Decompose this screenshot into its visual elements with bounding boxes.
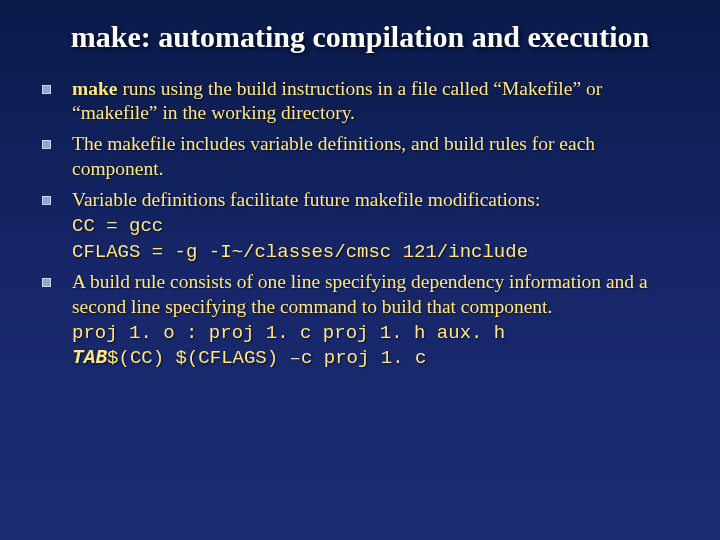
slide-title: make: automating compilation and executi… — [36, 20, 684, 55]
bullet-text: A build rule consists of one line specif… — [72, 271, 648, 317]
square-bullet-icon — [42, 140, 51, 149]
bullet-text: Variable definitions facilitate future m… — [72, 189, 540, 210]
bullet-text: runs using the build instructions in a f… — [72, 78, 602, 124]
square-bullet-icon — [42, 196, 51, 205]
slide: make: automating compilation and executi… — [0, 0, 720, 540]
code-line: CC = gcc — [72, 215, 163, 237]
square-bullet-icon — [42, 278, 51, 287]
square-bullet-icon — [42, 85, 51, 94]
bullet-item: The makefile includes variable definitio… — [42, 132, 684, 182]
code-line: $(CC) $(CFLAGS) –c proj 1. c — [107, 347, 426, 369]
bullet-item: Variable definitions facilitate future m… — [42, 188, 684, 264]
code-line: CFLAGS = -g -I~/classes/cmsc 121/include — [72, 241, 528, 263]
bullet-item: make runs using the build instructions i… — [42, 77, 684, 127]
tab-indicator: TAB — [72, 347, 107, 369]
bullet-text: The makefile includes variable definitio… — [72, 133, 595, 179]
bullet-list: make runs using the build instructions i… — [36, 77, 684, 372]
bullet-lead: make — [72, 78, 118, 99]
code-line: proj 1. o : proj 1. c proj 1. h aux. h — [72, 322, 505, 344]
bullet-item: A build rule consists of one line specif… — [42, 270, 684, 371]
